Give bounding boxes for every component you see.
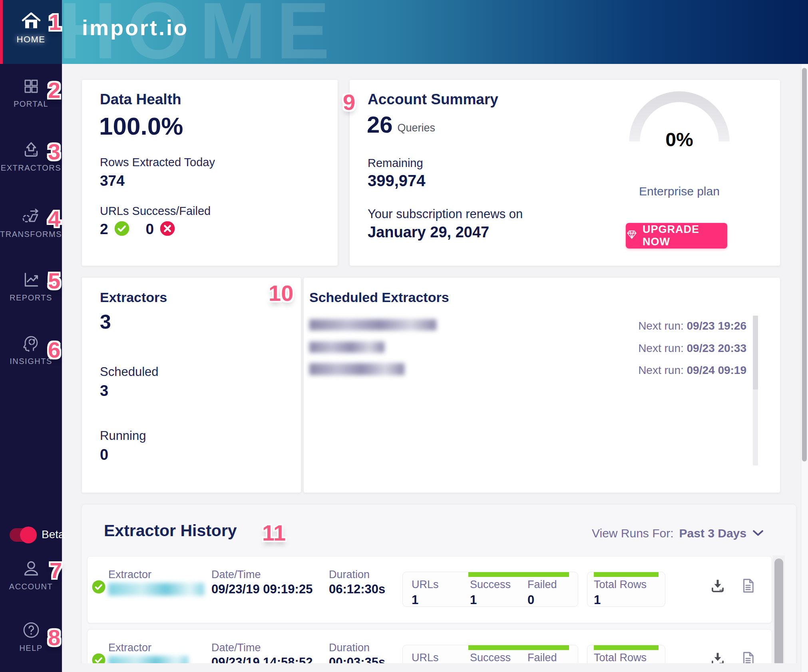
viewport-bottom-edge <box>62 663 801 672</box>
col-datetime-label: Date/Time <box>211 642 261 654</box>
data-health-value: 100.0% <box>99 112 183 140</box>
col-total-rows-label: Total Rows <box>594 652 647 664</box>
annotation-badge-6: 6 <box>48 339 60 361</box>
failed-x-icon <box>159 221 175 238</box>
renew-text: Your subscription renews on <box>368 207 523 221</box>
scheduled-extractor-name-redacted <box>309 363 404 375</box>
col-total-rows-label: Total Rows <box>594 579 647 591</box>
upgrade-now-button[interactable]: UPGRADE NOW <box>626 223 727 249</box>
annotation-badge-8: 8 <box>48 626 60 649</box>
queries-label: Queries <box>398 122 436 138</box>
rows-extracted-value: 374 <box>100 173 125 189</box>
annotation-badge-7: 7 <box>50 559 62 582</box>
urls-failed-value: 0 <box>146 221 154 238</box>
scheduled-extractor-name-redacted <box>309 319 436 330</box>
total-rows-stat-box: Total Rows 1 <box>587 572 665 607</box>
view-runs-value: Past 3 Days <box>679 527 746 540</box>
plan-label: Enterprise plan <box>619 185 739 198</box>
urls-success-failed-values: 2 0 <box>100 221 175 238</box>
data-health-card: Data Health 100.0% Rows Extracted Today … <box>82 80 338 266</box>
total-rows-progress-bar <box>594 572 659 577</box>
annotation-badge-4: 4 <box>48 208 60 230</box>
usage-gauge-percent: 0% <box>639 129 719 151</box>
remaining-value: 399,974 <box>368 172 426 190</box>
history-row[interactable]: Extractor Date/Time 09/23/19 09:19:25 Du… <box>87 556 772 623</box>
col-success-label: Success <box>470 652 511 664</box>
renew-date: January 29, 2047 <box>368 224 489 241</box>
run-urls: 1 <box>412 593 418 607</box>
next-run-time: 09/23 19:26 <box>687 320 746 332</box>
sidebar-extractors-label: EXTRACTORS <box>0 163 62 173</box>
next-run-label: Next run: <box>638 364 684 376</box>
total-rows-progress-bar <box>594 645 659 650</box>
active-item-indicator <box>0 0 3 64</box>
run-failed: 0 <box>527 593 534 607</box>
col-duration-label: Duration <box>329 569 370 581</box>
annotation-badge-10: 10 <box>269 282 293 304</box>
queries-stat: 26 Queries <box>367 111 435 138</box>
run-total-rows: 1 <box>594 593 601 607</box>
history-scrollbar-thumb[interactable] <box>774 559 783 670</box>
view-runs-label: View Runs For: <box>592 527 674 540</box>
scheduled-extractor-name-redacted <box>309 342 384 353</box>
beta-label: Beta <box>42 528 65 541</box>
annotation-badge-11: 11 <box>262 522 286 544</box>
annotation-badge-1: 1 <box>49 11 61 34</box>
urls-stat-box: URLs 1 Success 1 Failed 0 <box>402 572 578 607</box>
col-extractor-label: Extractor <box>108 642 151 654</box>
running-label: Running <box>100 429 146 443</box>
scheduled-extractors-card: Scheduled Extractors <box>304 278 780 493</box>
extractors-total: 3 <box>100 310 111 334</box>
chevron-down-icon <box>752 527 764 540</box>
success-progress-bar <box>468 645 569 650</box>
extractors-card: Extractors 3 Scheduled 3 Running 0 <box>82 278 301 493</box>
extractors-title: Extractors <box>100 290 167 305</box>
scheduled-label: Scheduled <box>100 365 159 379</box>
next-run-label: Next run: <box>638 342 684 354</box>
scheduled-list-scrollbar-thumb[interactable] <box>753 316 758 390</box>
run-success: 1 <box>470 593 477 607</box>
sidebar-account-label: ACCOUNT <box>0 582 62 591</box>
annotation-badge-3: 3 <box>48 141 60 163</box>
success-progress-bar <box>468 572 569 577</box>
account-summary-title: Account Summary <box>368 91 498 108</box>
next-run-entry: Next run: 09/23 19:26 <box>638 320 746 332</box>
run-success-check-icon <box>92 580 106 596</box>
annotation-badge-9: 9 <box>343 91 355 113</box>
data-health-title: Data Health <box>100 91 181 108</box>
sidebar-reports-label: REPORTS <box>0 293 62 302</box>
run-duration: 06:12:30s <box>329 582 385 596</box>
queries-value: 26 <box>367 111 393 138</box>
next-run-label: Next run: <box>638 320 684 332</box>
remaining-label: Remaining <box>368 157 423 170</box>
sidebar-home-label: HOME <box>0 34 62 45</box>
importio-dashboard: HOME import.io HOME PORTAL <box>0 0 808 672</box>
col-success-label: Success <box>470 579 511 591</box>
urls-success-value: 2 <box>100 221 108 238</box>
next-run-time: 09/24 09:19 <box>687 364 746 376</box>
urls-success-failed-label: URLs Success/Failed <box>100 205 211 218</box>
scheduled-value: 3 <box>100 382 108 400</box>
col-extractor-label: Extractor <box>108 569 151 581</box>
run-datetime: 09/23/19 09:19:25 <box>211 582 312 596</box>
col-urls-label: URLs <box>412 652 439 664</box>
scheduled-extractors-title: Scheduled Extractors <box>309 290 449 305</box>
report-document-icon[interactable] <box>740 577 756 596</box>
col-failed-label: Failed <box>527 579 557 591</box>
next-run-entry: Next run: 09/23 20:33 <box>638 342 746 355</box>
col-datetime-label: Date/Time <box>211 569 261 581</box>
page-scrollbar-thumb[interactable] <box>802 68 807 461</box>
rows-extracted-label: Rows Extracted Today <box>100 156 215 169</box>
download-icon[interactable] <box>709 577 726 596</box>
beta-toggle-knob <box>20 527 37 543</box>
col-urls-label: URLs <box>412 579 439 591</box>
success-check-icon <box>114 221 130 238</box>
beta-toggle[interactable] <box>10 528 35 542</box>
col-duration-label: Duration <box>329 642 370 654</box>
next-run-time: 09/23 20:33 <box>687 342 746 354</box>
extractor-history-title: Extractor History <box>104 521 237 540</box>
upgrade-now-label: UPGRADE NOW <box>643 223 727 248</box>
view-runs-dropdown[interactable]: View Runs For: Past 3 Days <box>592 527 764 540</box>
header: HOME import.io <box>62 0 808 64</box>
importio-logo: import.io <box>82 15 189 40</box>
